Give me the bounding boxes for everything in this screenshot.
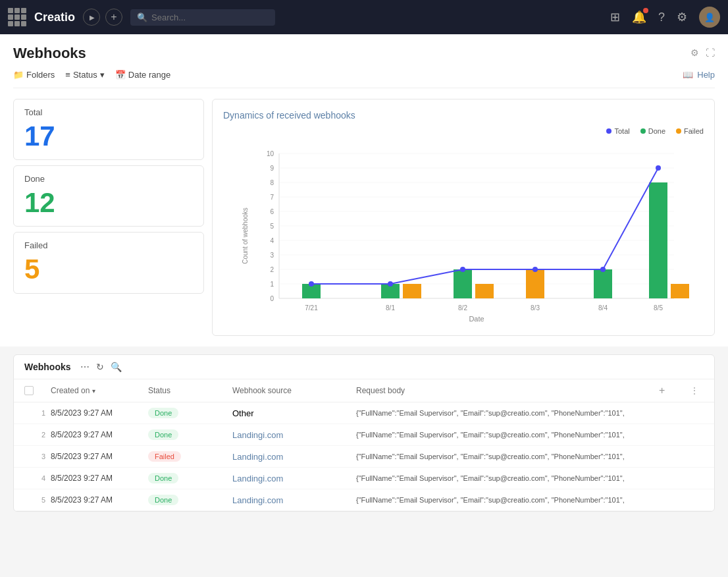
filter-toolbar: 📁 Folders ≡ Status ▾ 📅 Date range 📖 Help bbox=[13, 70, 715, 88]
legend-failed: Failed bbox=[676, 127, 704, 135]
source-text: Other bbox=[232, 408, 254, 418]
cell-source[interactable]: Landingi.com bbox=[232, 452, 351, 462]
col-created-on[interactable]: Created on ▾ bbox=[51, 386, 143, 395]
cell-created-on: 8/5/2023 9:27 AM bbox=[51, 408, 143, 418]
user-avatar[interactable]: 👤 bbox=[699, 7, 720, 28]
status-badge: Done bbox=[148, 408, 178, 418]
cell-status: Done bbox=[148, 429, 227, 440]
search-input[interactable] bbox=[151, 13, 269, 22]
svg-text:7: 7 bbox=[270, 194, 274, 201]
main-content: Webhooks ⚙ ⛶ 📁 Folders ≡ Status ▾ 📅 Date… bbox=[0, 34, 728, 577]
status-badge: Failed bbox=[148, 451, 181, 462]
cell-source[interactable]: Other bbox=[232, 408, 351, 418]
chart-area: Count of webhooks bbox=[223, 140, 704, 325]
chart-svg: Count of webhooks bbox=[223, 140, 704, 325]
folder-icon: 📁 bbox=[13, 70, 24, 80]
done-card: Done 12 bbox=[13, 165, 204, 227]
cell-status: Done bbox=[148, 473, 227, 483]
folders-filter[interactable]: 📁 Folders bbox=[13, 70, 55, 80]
done-bar-6 bbox=[649, 182, 667, 298]
cell-source[interactable]: Landingi.com bbox=[232, 495, 351, 505]
status-badge: Done bbox=[148, 429, 178, 440]
cell-created-on: 8/5/2023 9:27 AM bbox=[51, 474, 143, 483]
row-number: 1 bbox=[24, 409, 45, 417]
failed-bar-3 bbox=[475, 284, 494, 298]
col-source[interactable]: Webhook source bbox=[232, 386, 351, 395]
done-bar-5 bbox=[594, 269, 612, 298]
done-value: 12 bbox=[24, 188, 193, 218]
svg-text:8/2: 8/2 bbox=[458, 304, 467, 312]
sort-icon: ▾ bbox=[92, 387, 95, 395]
status-badge: Done bbox=[148, 495, 178, 505]
nav-right: ⊞ 🔔 ? ⚙ 👤 bbox=[610, 7, 720, 28]
cell-request-body: {"FullName":"Email Supervisor", "Email":… bbox=[356, 409, 654, 417]
table-actions: ⋯ ↻ 🔍 bbox=[80, 362, 122, 372]
col-options-icon[interactable]: ⋮ bbox=[690, 386, 704, 395]
add-column-icon[interactable]: + bbox=[659, 385, 685, 397]
svg-text:8/4: 8/4 bbox=[598, 304, 608, 312]
settings-icon[interactable]: ⚙ bbox=[677, 10, 687, 24]
refresh-icon[interactable]: ↻ bbox=[96, 362, 104, 372]
cell-request-body: {"FullName":"Email Supervisor", "Email":… bbox=[356, 431, 654, 439]
stats-section: Total 17 Done 12 Failed 5 Dynamics of re… bbox=[13, 88, 715, 346]
play-button[interactable] bbox=[83, 9, 100, 26]
apps-grid-icon[interactable] bbox=[8, 8, 26, 26]
done-legend-dot bbox=[640, 128, 646, 134]
svg-text:5: 5 bbox=[270, 223, 274, 230]
cell-created-on: 8/5/2023 9:27 AM bbox=[51, 452, 143, 461]
dot-1 bbox=[309, 281, 314, 287]
cell-status: Failed bbox=[148, 451, 227, 462]
svg-text:7/21: 7/21 bbox=[305, 304, 318, 312]
search-box[interactable]: 🔍 bbox=[130, 9, 275, 26]
table-row: 5 8/5/2023 9:27 AM Done Landingi.com {"F… bbox=[14, 489, 714, 511]
filter-icon: ≡ bbox=[65, 70, 70, 80]
row-number: 4 bbox=[24, 474, 45, 482]
more-options-icon[interactable]: ⋯ bbox=[80, 362, 90, 372]
chevron-down-icon: ▾ bbox=[100, 70, 105, 80]
status-filter[interactable]: ≡ Status ▾ bbox=[65, 70, 104, 80]
svg-text:8/5: 8/5 bbox=[654, 304, 663, 312]
cell-created-on: 8/5/2023 9:27 AM bbox=[51, 495, 143, 505]
help-button[interactable]: 📖 Help bbox=[683, 70, 715, 80]
cell-source[interactable]: Landingi.com bbox=[232, 474, 351, 483]
row-number: 2 bbox=[24, 431, 45, 439]
source-link[interactable]: Landingi.com bbox=[232, 430, 283, 440]
status-badge: Done bbox=[148, 473, 178, 483]
source-link[interactable]: Landingi.com bbox=[232, 495, 283, 505]
select-all-checkbox[interactable] bbox=[24, 386, 45, 395]
help-icon[interactable]: ? bbox=[658, 11, 665, 24]
row-number: 3 bbox=[24, 453, 45, 460]
add-button[interactable]: + bbox=[105, 9, 122, 26]
content-area: Webhooks ⚙ ⛶ 📁 Folders ≡ Status ▾ 📅 Date… bbox=[0, 34, 728, 346]
table-row: 4 8/5/2023 9:27 AM Done Landingi.com {"F… bbox=[14, 468, 714, 489]
table-body: 1 8/5/2023 9:27 AM Done Other {"FullName… bbox=[14, 402, 714, 511]
failed-label: Failed bbox=[24, 240, 193, 250]
settings-small-icon[interactable]: ⚙ bbox=[690, 47, 699, 58]
dashboard-icon[interactable]: ⊞ bbox=[610, 10, 620, 24]
cell-status: Done bbox=[148, 495, 227, 505]
failed-value: 5 bbox=[24, 254, 193, 285]
notifications-icon[interactable]: 🔔 bbox=[632, 10, 646, 24]
col-body[interactable]: Request body bbox=[356, 386, 654, 395]
cell-source[interactable]: Landingi.com bbox=[232, 430, 351, 440]
cell-request-body: {"FullName":"Email Supervisor", "Email":… bbox=[356, 496, 654, 504]
col-status[interactable]: Status bbox=[148, 386, 227, 395]
expand-icon[interactable]: ⛶ bbox=[706, 47, 715, 58]
logo[interactable]: Creatio bbox=[34, 11, 75, 24]
dot-2 bbox=[388, 281, 393, 287]
row-number: 5 bbox=[24, 496, 45, 504]
source-link[interactable]: Landingi.com bbox=[232, 452, 283, 462]
dot-4 bbox=[533, 267, 538, 272]
chart-title: Dynamics of received webhooks bbox=[223, 110, 704, 121]
table-row: 2 8/5/2023 9:27 AM Done Landingi.com {"F… bbox=[14, 424, 714, 446]
date-range-filter[interactable]: 📅 Date range bbox=[115, 70, 170, 80]
chart-container: Dynamics of received webhooks Total Done… bbox=[212, 99, 715, 336]
webhooks-table: Webhooks ⋯ ↻ 🔍 Created on ▾ Status bbox=[13, 354, 715, 512]
table-search-icon[interactable]: 🔍 bbox=[111, 362, 122, 372]
svg-text:Count of webhooks: Count of webhooks bbox=[242, 207, 249, 264]
source-link[interactable]: Landingi.com bbox=[232, 474, 283, 483]
svg-text:Date: Date bbox=[469, 315, 484, 323]
notification-dot bbox=[643, 8, 648, 13]
page-title: Webhooks bbox=[13, 45, 86, 62]
legend-total: Total bbox=[606, 127, 629, 135]
